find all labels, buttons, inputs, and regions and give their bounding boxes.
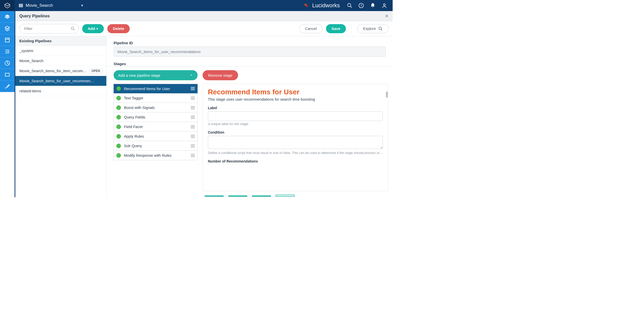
condition-input[interactable] — [208, 136, 383, 149]
drag-handle-icon[interactable] — [191, 144, 195, 147]
pipeline-item-label: _system — [19, 49, 102, 53]
stage-row[interactable]: Modify Response with Rules — [114, 151, 198, 160]
bell-icon[interactable] — [370, 3, 376, 8]
explore-button[interactable]: Explore — [357, 24, 389, 33]
add-stage-label: Add a new pipeline stage — [118, 73, 160, 77]
save-button[interactable]: Save — [326, 24, 346, 33]
label-field-label: Label — [208, 106, 383, 110]
page-header: Query Pipelines ✕ — [15, 11, 393, 21]
stages-label: Stages — [107, 59, 393, 67]
top-bar: Movie_Search ▼ Lucidworks ? — [0, 0, 393, 11]
stage-row[interactable]: Recommend Items for User — [114, 84, 198, 93]
svg-point-9 — [383, 4, 385, 6]
svg-rect-2 — [19, 6, 23, 7]
rail-item-6[interactable] — [0, 69, 15, 80]
tab-3[interactable] — [252, 195, 271, 197]
app-name: Movie_Search — [26, 3, 53, 8]
svg-rect-17 — [5, 73, 9, 76]
drag-handle-icon[interactable] — [191, 87, 195, 90]
stage-detail-panel: Recommend Items for User This stage uses… — [203, 84, 388, 191]
label-input[interactable] — [208, 111, 383, 121]
chevron-down-icon — [190, 73, 193, 77]
drag-handle-icon[interactable] — [191, 116, 195, 119]
stage-title: Recommend Items for User — [208, 88, 383, 96]
rail-item-3[interactable] — [0, 34, 15, 46]
tab-2[interactable] — [228, 195, 247, 197]
svg-rect-4 — [306, 5, 308, 7]
rail-item-1[interactable] — [0, 11, 15, 23]
help-icon[interactable]: ? — [358, 3, 364, 8]
stages-column: Add a new pipeline stage Recommend Items… — [107, 67, 200, 195]
drag-handle-icon[interactable] — [191, 135, 195, 138]
stage-subtitle: This stage uses user recommendations for… — [208, 97, 383, 101]
search-icon — [378, 26, 383, 31]
svg-point-20 — [379, 27, 382, 30]
stage-name: Boost with Signals — [124, 105, 188, 110]
pipeline-id-label: Pipeline ID — [114, 41, 386, 45]
stage-row[interactable]: Boost with Signals — [114, 103, 198, 112]
pipeline-id-input[interactable] — [114, 47, 386, 57]
rail-item-5[interactable] — [0, 57, 15, 69]
stage-detail-column: Remove stage Recommend Items for User Th… — [200, 67, 393, 195]
user-icon[interactable] — [382, 3, 387, 8]
status-dot-icon — [116, 125, 121, 129]
remove-stage-button[interactable]: Remove stage — [203, 70, 238, 80]
drag-handle-icon[interactable] — [191, 154, 195, 157]
drag-handle-icon[interactable] — [191, 106, 195, 109]
close-icon[interactable]: ✕ — [385, 13, 389, 19]
drag-handle-icon[interactable] — [191, 97, 195, 100]
stage-name: Field Facet — [124, 125, 188, 129]
svg-line-21 — [381, 29, 382, 30]
app-logo[interactable] — [0, 0, 15, 11]
stack-icon — [19, 3, 23, 8]
label-help: A unique label for this stage. — [208, 122, 383, 126]
scrollbar[interactable] — [386, 92, 388, 98]
status-dot-icon — [116, 86, 121, 91]
stage-name: Recommend Items for User — [124, 87, 188, 91]
status-dot-icon — [116, 105, 121, 110]
status-dot-icon — [116, 96, 121, 100]
tab-4[interactable] — [275, 195, 295, 197]
topbar-actions: ? — [347, 3, 393, 8]
num-rec-field-label: Number of Recommendations — [208, 159, 383, 163]
stage-name: Query Fields — [124, 115, 188, 119]
status-dot-icon — [116, 134, 121, 139]
pipeline-item[interactable]: related-items — [15, 86, 106, 96]
svg-point-15 — [8, 51, 9, 52]
rail-item-4[interactable] — [0, 46, 15, 57]
svg-rect-0 — [19, 4, 23, 5]
tab-1[interactable] — [205, 195, 224, 197]
chevron-down-icon: ▼ — [81, 4, 84, 7]
brand: Lucidworks — [304, 2, 340, 9]
stage-row[interactable]: Query Fields — [114, 112, 198, 122]
stage-row[interactable]: Text Tagger — [114, 93, 198, 103]
status-dot-icon — [116, 144, 121, 148]
pipeline-item[interactable]: Movie_Search — [15, 56, 106, 66]
rail-item-2[interactable] — [0, 23, 15, 34]
toolbar-divider — [351, 23, 352, 34]
drag-handle-icon[interactable] — [191, 125, 195, 128]
pipeline-list: Existing Pipelines _systemMovie_SearchMo… — [15, 36, 107, 197]
svg-rect-10 — [5, 38, 9, 42]
search-icon — [71, 26, 75, 31]
stage-row[interactable]: Apply Rules — [114, 132, 198, 141]
pipeline-item[interactable]: Movie_Search_items_for_item_recom…OPEN — [15, 66, 106, 76]
brand-text: Lucidworks — [312, 2, 340, 9]
app-selector[interactable]: Movie_Search ▼ — [15, 3, 88, 8]
stage-row[interactable]: Solr Query — [114, 141, 198, 151]
pipeline-item[interactable]: Movie_Search_items_for_user_recommen… — [15, 76, 106, 86]
pipeline-item[interactable]: _system — [15, 46, 106, 56]
filter-input[interactable] — [19, 24, 79, 33]
add-button[interactable]: Add + — [82, 24, 104, 33]
delete-button[interactable]: Delete — [107, 24, 130, 33]
filter-wrap — [19, 24, 79, 33]
cancel-button[interactable]: Cancel — [299, 24, 323, 33]
rail-item-7[interactable] — [0, 80, 15, 92]
svg-rect-1 — [19, 5, 23, 6]
stage-row[interactable]: Field Facet — [114, 122, 198, 132]
search-icon[interactable] — [347, 3, 352, 8]
pipeline-item-label: related-items — [19, 89, 102, 93]
stage-name: Apply Rules — [124, 134, 188, 138]
svg-point-18 — [71, 27, 74, 30]
add-stage-button[interactable]: Add a new pipeline stage — [114, 70, 198, 80]
